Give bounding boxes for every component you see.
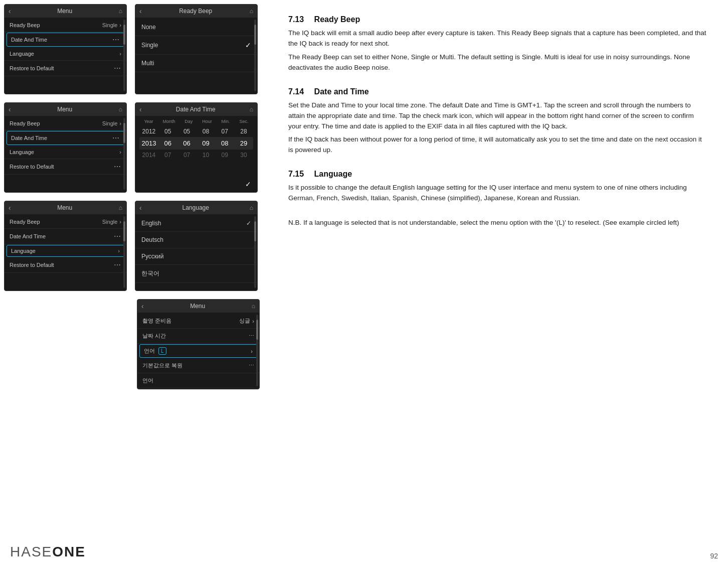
korean-value: 싱글 <box>239 317 250 325</box>
home-icon[interactable]: ⌂ <box>250 204 253 211</box>
korean-item-4[interactable]: 기본값으로 복원 ⋯ <box>137 358 259 373</box>
menu-item-restore[interactable]: Restore to Default ⋯ <box>5 257 126 273</box>
home-icon[interactable]: ⌂ <box>119 8 122 15</box>
dots-icon: ⋯ <box>249 333 254 339</box>
menu-item-language[interactable]: Language › <box>5 146 126 159</box>
header-sec: Sec. <box>239 119 248 124</box>
menu-item-restore[interactable]: Restore to Default ⋯ <box>5 61 126 76</box>
screen-topbar: ‹ Menu ⌂ <box>5 201 126 214</box>
dots-icon: ⋯ <box>112 134 120 142</box>
home-icon[interactable]: ⌂ <box>250 106 253 113</box>
section-title-713: 7.13 Ready Beep <box>288 15 708 24</box>
dots-icon: ⋯ <box>114 163 121 171</box>
beep-label: Single <box>141 42 158 49</box>
screen-row-2: ‹ Menu ⌂ Ready Beep Single › Date And Ti… <box>0 98 273 197</box>
menu-item-restore[interactable]: Restore to Default ⋯ <box>5 159 126 175</box>
brand-text: HASE <box>10 544 52 559</box>
menu-item-date-time[interactable]: Date And Time ⋯ <box>7 131 124 145</box>
screen-menu: Ready Beep Single › Date And Time ⋯ Lang… <box>5 116 126 176</box>
korean-label: 날짜 시간 <box>142 332 166 340</box>
section-heading: Date and Time <box>314 87 369 96</box>
lang-english[interactable]: English ✓ <box>135 215 257 232</box>
beep-multi[interactable]: Multi <box>135 55 257 72</box>
dots-icon: ⋯ <box>112 36 120 44</box>
back-arrow-icon[interactable]: ‹ <box>139 204 142 212</box>
screen-topbar: ‹ Menu ⌂ <box>5 5 126 18</box>
beep-menu: None Single ✓ Multi <box>135 18 257 73</box>
cell: 30 <box>235 152 253 159</box>
datetime-row-2013[interactable]: 2013 06 06 09 08 29 <box>139 137 253 150</box>
header-month: Month <box>162 119 175 124</box>
back-arrow-icon[interactable]: ‹ <box>9 204 11 212</box>
menu-item-ready-beep[interactable]: Ready Beep Single › <box>5 117 126 130</box>
scroll-indicator <box>254 20 256 91</box>
back-arrow-icon[interactable]: ‹ <box>9 7 11 15</box>
menu-item-language[interactable]: Language › <box>5 47 126 61</box>
back-arrow-icon[interactable]: ‹ <box>139 105 142 113</box>
screen-menu: Ready Beep Single › Date And Time ⋯ Lang… <box>5 214 126 274</box>
header-day: Day <box>185 119 193 124</box>
screen-title: Menu <box>57 106 72 113</box>
menu-item-ready-beep[interactable]: Ready Beep Single › <box>5 19 126 32</box>
language-screen: ‹ Language ⌂ English ✓ Deutsch Русский 한… <box>135 201 258 291</box>
ready-beep-screen: ‹ Ready Beep ⌂ None Single ✓ Multi <box>135 4 258 94</box>
screen-topbar: ‹ Language ⌂ <box>135 201 257 214</box>
section-para-1: Set the Date and Time to your local time… <box>288 100 708 132</box>
menu-item-ready-beep[interactable]: Ready Beep Single › <box>5 215 126 229</box>
cell: 08 <box>216 139 234 147</box>
dots-icon: ⋯ <box>249 362 254 369</box>
lang-deutsch[interactable]: Deutsch <box>135 232 257 248</box>
item-label: Ready Beep <box>10 219 40 225</box>
lang-label: 한국어 <box>141 269 159 278</box>
back-arrow-icon[interactable]: ‹ <box>139 7 142 15</box>
brand-bold: ONE <box>52 544 86 559</box>
home-icon[interactable]: ⌂ <box>119 106 122 113</box>
check-icon[interactable]: ✓ <box>245 180 251 188</box>
section-para-2: If the IQ back has been without power fo… <box>288 134 708 156</box>
beep-single[interactable]: Single ✓ <box>135 36 257 55</box>
menu-item-date-time[interactable]: Date And Time ⋯ <box>7 33 124 47</box>
back-arrow-icon[interactable]: ‹ <box>9 105 11 113</box>
korean-label: 언어 <box>142 377 153 384</box>
beep-none[interactable]: None <box>135 19 257 36</box>
section-714: 7.14 Date and Time Set the Date and Time… <box>288 87 708 156</box>
menu-item-language[interactable]: Language › <box>7 245 124 257</box>
item-label: Language <box>10 51 34 57</box>
cell: 09 <box>216 152 234 159</box>
arrow-icon: › <box>251 348 253 354</box>
cell: 2014 <box>140 152 157 159</box>
korean-item-2[interactable]: 날짜 시간 ⋯ <box>137 329 259 344</box>
lang-korean[interactable]: 한국어 <box>135 265 257 283</box>
item-label: Restore to Default <box>10 164 54 170</box>
cell: 06 <box>178 139 196 147</box>
check-icon: ✓ <box>245 41 251 49</box>
screen-title: Ready Beep <box>179 8 212 15</box>
cell: 07 <box>178 152 196 159</box>
item-label: Restore to Default <box>10 65 54 71</box>
scroll-thumb <box>123 25 125 45</box>
back-arrow-icon[interactable]: ‹ <box>141 302 144 310</box>
screen-title: Language <box>183 204 209 211</box>
korean-item-language[interactable]: 언어 L › <box>139 344 257 358</box>
menu-screen-1: ‹ Menu ⌂ Ready Beep Single › Date And Ti… <box>4 4 127 94</box>
screen-title: Menu <box>57 8 72 15</box>
screen-topbar: ‹ Date And Time ⌂ <box>135 103 257 116</box>
lang-russian[interactable]: Русский <box>135 248 257 265</box>
screen-title: Menu <box>57 204 72 211</box>
korean-item-1[interactable]: 촬영 준비음 싱글 › <box>137 314 259 329</box>
korean-label: 언어 L <box>144 347 166 355</box>
menu-item-date-time[interactable]: Date And Time ⋯ <box>5 229 126 244</box>
menu-screen-2: ‹ Menu ⌂ Ready Beep Single › Date And Ti… <box>4 102 127 193</box>
item-value: Single <box>102 22 118 28</box>
check-icon: ✓ <box>246 220 251 227</box>
section-body-714: Set the Date and Time to your local time… <box>288 100 708 156</box>
home-icon[interactable]: ⌂ <box>119 204 122 211</box>
home-icon[interactable]: ⌂ <box>250 8 253 15</box>
section-nb: N.B. If a language is selected that is n… <box>288 218 708 228</box>
korean-menu: 촬영 준비음 싱글 › 날짜 시간 ⋯ 언어 L › 기본값으로 복원 ⋯ <box>137 313 259 389</box>
home-icon[interactable]: ⌂ <box>252 303 255 310</box>
content-area: 7.13 Ready Beep The IQ back will emit a … <box>273 5 718 252</box>
korean-menu-screen: ‹ Menu ⌂ 촬영 준비음 싱글 › 날짜 시간 ⋯ 언어 L <box>137 299 260 389</box>
screen-title: Menu <box>190 303 205 310</box>
korean-item-5[interactable]: 언어 <box>137 373 259 388</box>
